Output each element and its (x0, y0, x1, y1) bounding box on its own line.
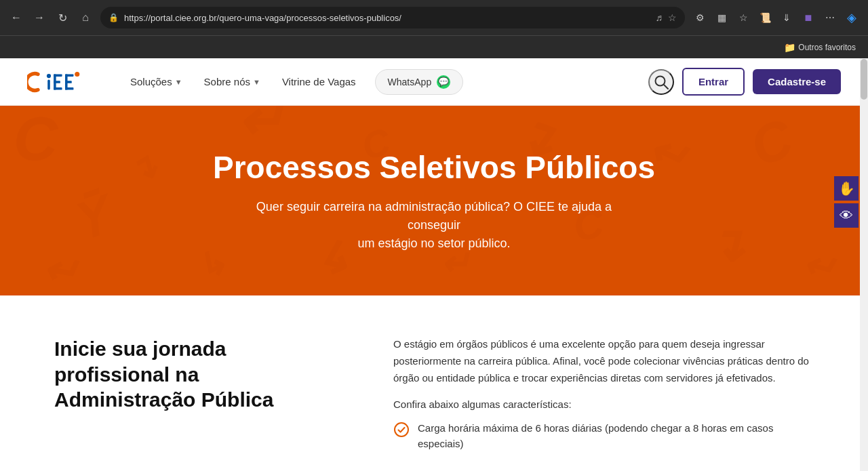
svg-text:↴: ↴ (121, 146, 165, 194)
svg-text:Ȳ: Ȳ (66, 185, 123, 251)
hero-section: C Ȳ ↵ ↴ ↵ ↳ C ↵ ↴ C ↵ ↴ C ↵ ↳ Processos … (0, 106, 868, 295)
cadastrese-button[interactable]: Cadastre-se (753, 69, 841, 94)
navbar: Soluções ▼ Sobre nós ▼ Vitrine de Vagas … (0, 58, 868, 106)
star-icon: ☆ (668, 12, 677, 23)
forward-button[interactable]: → (30, 8, 49, 27)
svg-text:C: C (743, 107, 801, 178)
svg-point-10 (75, 71, 79, 76)
read-aloud-icon: ♬ (656, 12, 663, 23)
vision-button[interactable]: 👁 (834, 203, 859, 228)
feature-text-1: Carga horária máxima de 6 horas diárias … (418, 421, 814, 451)
svg-text:↵: ↵ (237, 106, 284, 151)
favorites-label: Outros favoritos (798, 43, 856, 52)
svg-rect-8 (65, 81, 72, 83)
favorites-bar: 📁 Outros favoritos (0, 35, 868, 58)
browser-action-buttons: ⚙ ▦ ☆ 📜 ⇓ ■ ⋯ ◈ (690, 8, 861, 27)
svg-line-12 (664, 85, 668, 89)
home-button[interactable]: ⌂ (76, 8, 95, 27)
side-buttons: ✋ 👁 (834, 176, 859, 228)
svg-rect-9 (65, 87, 73, 90)
whatsapp-label: WhatsApp (388, 77, 432, 87)
split-view-button[interactable]: ▦ (712, 8, 731, 27)
nav-vitrine[interactable]: Vitrine de Vagas (274, 70, 364, 93)
extensions-button[interactable]: ⚙ (690, 8, 709, 27)
hero-title: Processos Seletivos Públicos (213, 149, 655, 186)
svg-text:C: C (14, 106, 59, 173)
browser-nav-buttons: ← → ↻ ⌂ (7, 8, 95, 27)
navbar-actions: Entrar Cadastre-se (648, 68, 841, 96)
content-subheading: Confira abaixo algumas características: (393, 398, 814, 410)
svg-rect-1 (47, 79, 50, 89)
content-title: Inicie sua jornada profissional na Admin… (54, 336, 339, 413)
svg-rect-5 (54, 87, 62, 90)
content-paragraph: O estágio em órgãos públicos é uma excel… (393, 336, 814, 386)
whatsapp-button[interactable]: WhatsApp 💬 (375, 69, 464, 95)
favorites-folder[interactable]: 📁 Outros favoritos (778, 39, 861, 56)
content-right: O estágio em órgãos públicos é uma excel… (393, 336, 814, 457)
content-left: Inicie sua jornada profissional na Admin… (54, 336, 339, 413)
downloads-button[interactable]: ⇓ (777, 8, 796, 27)
search-button[interactable] (648, 69, 674, 95)
check-circle-icon (393, 422, 410, 438)
svg-text:↵: ↵ (39, 246, 82, 295)
back-button[interactable]: ← (7, 8, 26, 27)
svg-rect-3 (54, 74, 62, 77)
svg-rect-7 (65, 74, 73, 77)
svg-rect-4 (54, 81, 60, 83)
logo[interactable] (27, 68, 81, 96)
chevron-down-icon: ▼ (175, 78, 182, 86)
collections-button[interactable]: 📜 (755, 8, 774, 27)
more-button[interactable]: ⋯ (821, 8, 840, 27)
chevron-down-icon: ▼ (253, 78, 260, 86)
lock-icon: 🔒 (108, 13, 119, 22)
feature-item-1: Carga horária máxima de 6 horas diárias … (393, 421, 814, 451)
address-bar[interactable]: 🔒 https://portal.ciee.org.br/quero-uma-v… (100, 7, 685, 28)
website-container: Soluções ▼ Sobre nós ▼ Vitrine de Vagas … (0, 58, 868, 471)
content-section: Inicie sua jornada profissional na Admin… (0, 295, 868, 471)
reload-button[interactable]: ↻ (53, 8, 72, 27)
entrar-button[interactable]: Entrar (682, 68, 745, 96)
nav-solucoes[interactable]: Soluções ▼ (122, 70, 191, 93)
nav-sobre[interactable]: Sobre nós ▼ (196, 70, 269, 93)
svg-text:↳: ↳ (191, 242, 233, 289)
scrollbar-thumb[interactable] (861, 59, 867, 100)
hero-subtitle: Quer seguir carreira na administração pú… (244, 198, 624, 253)
scrollbar[interactable] (860, 58, 868, 471)
url-text: https://portal.ciee.org.br/quero-uma-vag… (124, 13, 650, 23)
svg-point-0 (47, 74, 51, 78)
edge-icon[interactable]: ◈ (842, 8, 861, 27)
whatsapp-icon: 💬 (437, 75, 450, 89)
folder-icon: 📁 (784, 42, 795, 53)
svg-point-28 (395, 423, 408, 436)
accessibility-button[interactable]: ✋ (834, 176, 859, 201)
browser-chrome: ← → ↻ ⌂ 🔒 https://portal.ciee.org.br/que… (0, 0, 868, 35)
svg-text:↵: ↵ (798, 243, 840, 291)
profile-button[interactable]: ■ (799, 8, 818, 27)
favorites-button[interactable]: ☆ (734, 8, 753, 27)
svg-text:↴: ↴ (705, 219, 746, 272)
nav-links: Soluções ▼ Sobre nós ▼ Vitrine de Vagas … (122, 69, 635, 95)
